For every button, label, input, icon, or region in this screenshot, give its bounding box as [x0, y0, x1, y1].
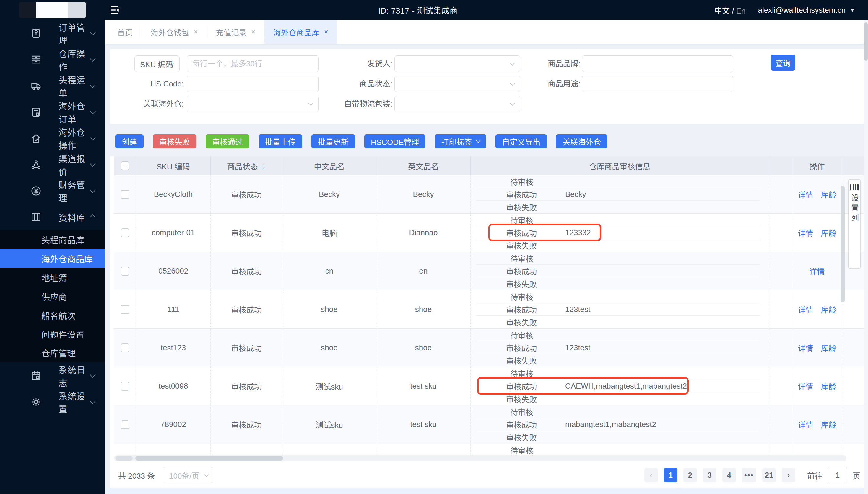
sku-input[interactable]	[187, 56, 319, 72]
detail-link[interactable]: 详情	[798, 342, 813, 353]
packaging-select[interactable]	[394, 96, 520, 112]
columns-icon	[850, 185, 858, 190]
horizontal-scrollbar-thumb[interactable]	[135, 456, 283, 461]
detail-link[interactable]: 详情	[798, 227, 813, 238]
sku-field-type-select[interactable]: SKU 编码	[134, 56, 180, 72]
stock-age-link[interactable]: 库龄	[821, 189, 836, 200]
goto-page-input[interactable]: 1	[828, 467, 847, 483]
tab-3[interactable]: 海外仓商品库×	[265, 20, 337, 44]
cell-en-name: test sku	[376, 367, 471, 405]
page-scrollbar[interactable]	[864, 20, 868, 494]
table-vertical-scrollbar-thumb[interactable]	[840, 186, 845, 303]
page-scrollbar-thumb[interactable]	[864, 22, 868, 61]
sidebar-item-1[interactable]: 仓库操作	[0, 46, 105, 73]
audit-subrow: 审核成功Becky	[471, 188, 769, 201]
sidebar-item-5[interactable]: 渠道报价	[0, 151, 105, 178]
lang-zh[interactable]: 中文	[715, 6, 730, 15]
tab-0[interactable]: 首页	[108, 20, 142, 44]
toolbar-button-7[interactable]: 自定义导出	[495, 134, 547, 148]
row-checkbox[interactable]	[121, 267, 129, 276]
sidebar-subitem-5[interactable]: 问题件设置	[0, 325, 105, 343]
toolbar-button-6[interactable]: 打印标签	[435, 134, 486, 148]
horizontal-scrollbar[interactable]	[114, 455, 846, 461]
prev-page-button[interactable]: ‹	[644, 468, 658, 482]
warehouse-select[interactable]	[187, 96, 319, 112]
row-checkbox[interactable]	[121, 190, 129, 199]
sidebar-item-0[interactable]: 订单管理	[0, 20, 105, 46]
close-icon[interactable]: ×	[194, 28, 198, 36]
table-row-partial: 待审核	[114, 443, 864, 454]
more-pages-button[interactable]: •••	[742, 468, 756, 482]
page-button-4[interactable]: 4	[722, 468, 736, 482]
sort-descending-icon[interactable]: ↓	[262, 162, 266, 170]
header-label: 商品状态	[227, 160, 258, 171]
row-checkbox[interactable]	[121, 228, 129, 237]
sidebar-subitem-6[interactable]: 仓库管理	[0, 343, 105, 362]
toolbar-button-4[interactable]: 批量更新	[311, 134, 355, 148]
sidebar-item-8[interactable]: 系统日志	[0, 362, 105, 388]
cell-sku: 789002	[136, 405, 211, 443]
sidebar-item-4[interactable]: 海外仓操作	[0, 125, 105, 151]
audit-subrow: 待审核	[471, 175, 769, 188]
page-button-1[interactable]: 1	[664, 468, 677, 482]
sidebar-item-6[interactable]: 财务管理	[0, 178, 105, 204]
page-button-3[interactable]: 3	[703, 468, 717, 482]
page-button-2[interactable]: 2	[683, 468, 697, 482]
lang-en[interactable]: En	[736, 6, 746, 15]
detail-link[interactable]: 详情	[798, 189, 813, 200]
user-menu[interactable]: alexli@walltechsystem.cn ▼	[758, 6, 855, 15]
select-all-checkbox[interactable]	[121, 162, 129, 170]
toolbar-button-8[interactable]: 关联海外仓	[556, 134, 608, 148]
search-button[interactable]: 查询	[771, 55, 795, 71]
column-settings-tab[interactable]: 设置列	[848, 179, 861, 268]
row-checkbox[interactable]	[121, 382, 129, 391]
sidebar-subitem-0[interactable]: 头程商品库	[0, 230, 105, 249]
stock-age-link[interactable]: 库龄	[821, 227, 836, 238]
sidebar-subitem-4[interactable]: 船名航次	[0, 306, 105, 325]
tab-1[interactable]: 海外仓钱包×	[142, 20, 206, 44]
brand-input[interactable]	[582, 56, 733, 72]
row-checkbox[interactable]	[121, 305, 129, 314]
language-switcher[interactable]: 中文 / En	[715, 5, 746, 16]
house-icon	[30, 133, 42, 144]
next-page-button[interactable]: ›	[782, 468, 795, 482]
audit-subrow: 审核失败	[471, 354, 769, 367]
sidebar-collapse-button[interactable]	[110, 4, 122, 16]
detail-link[interactable]: 详情	[798, 304, 813, 315]
horizontal-scrollbar-thumb-small[interactable]	[115, 456, 133, 461]
toolbar-button-5[interactable]: HSCODE管理	[364, 134, 426, 148]
stock-age-link[interactable]: 库龄	[821, 381, 836, 392]
close-icon[interactable]: ×	[251, 28, 255, 36]
toolbar-button-1[interactable]: 审核失败	[153, 134, 197, 148]
sidebar-item-7[interactable]: 资料库	[0, 204, 105, 230]
tab-2[interactable]: 充值记录×	[207, 20, 264, 44]
hscode-input[interactable]	[187, 76, 319, 92]
sidebar-subitem-3[interactable]: 供应商	[0, 287, 105, 306]
detail-link[interactable]: 详情	[798, 419, 813, 430]
stock-age-link[interactable]: 库龄	[821, 304, 836, 315]
stock-age-link[interactable]: 库龄	[821, 419, 836, 430]
sidebar-item-3[interactable]: 海外仓订单	[0, 99, 105, 125]
page-size-select[interactable]: 100条/页	[164, 467, 213, 483]
row-checkbox[interactable]	[121, 343, 129, 353]
audit-success-value: mabangtest1,mabangtest2	[565, 420, 656, 429]
detail-link[interactable]: 详情	[798, 381, 813, 392]
cell-cn-name: Becky	[283, 175, 376, 213]
usage-input[interactable]	[582, 76, 733, 92]
sidebar-item-9[interactable]: 系统设置	[0, 388, 105, 415]
stock-age-link[interactable]: 库龄	[821, 342, 836, 353]
toolbar-button-0[interactable]: 创建	[115, 134, 144, 148]
page-button-21[interactable]: 21	[762, 468, 776, 482]
row-checkbox[interactable]	[121, 420, 129, 429]
sidebar-item-2[interactable]: 头程运单	[0, 73, 105, 99]
sidebar-subitem-1[interactable]: 海外仓商品库	[0, 249, 105, 268]
cell-actions: 详情库龄	[792, 405, 842, 443]
toolbar-button-3[interactable]: 批量上传	[258, 134, 302, 148]
toolbar-button-2[interactable]: 审核通过	[206, 134, 249, 148]
app-logo	[19, 2, 86, 18]
column-settings-label: 设置列	[849, 194, 860, 224]
detail-link[interactable]: 详情	[809, 266, 825, 277]
sidebar-subitem-2[interactable]: 地址簿	[0, 268, 105, 287]
close-icon[interactable]: ×	[324, 28, 328, 36]
status-label: 商品状态:	[304, 76, 392, 92]
